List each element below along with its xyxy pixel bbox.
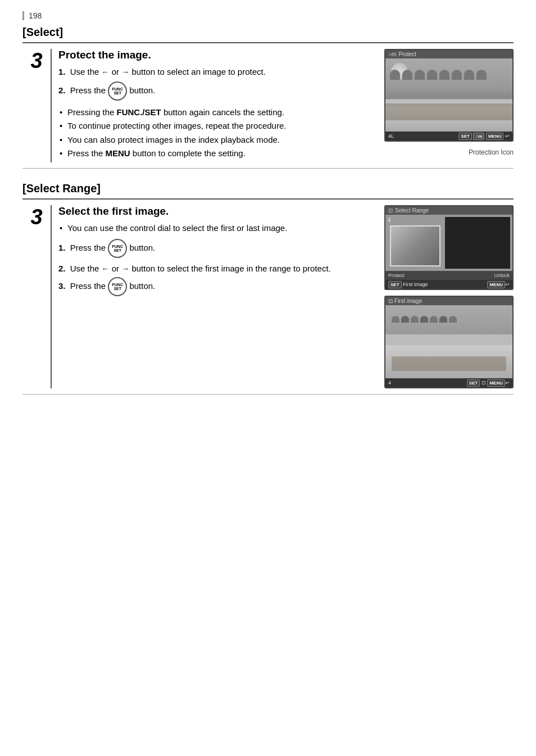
section-select: [Select] 3 Protect the image. 1. Use the… xyxy=(22,22,514,169)
step-select-first-image: 3 Select the first image. You can use th… xyxy=(22,200,514,395)
set-tag-first: SET xyxy=(467,379,480,387)
set-first-image-label: SET First image xyxy=(388,282,428,287)
range-thumbnail xyxy=(390,225,440,266)
chairs-decoration xyxy=(385,103,512,120)
func-bot-label: SET xyxy=(113,287,121,291)
item-number: 1. xyxy=(58,67,66,76)
set-tag: SET xyxy=(458,133,472,140)
chairs-area xyxy=(392,356,506,371)
unlock-label: Unlock xyxy=(494,273,510,278)
screen-top-bar: ○m Protect xyxy=(385,50,512,58)
protect-top-icon: ○m xyxy=(388,51,396,57)
om-tag: ○m xyxy=(473,133,484,140)
item-number: 1. xyxy=(58,243,66,252)
range-icon-bottom: ⊡ xyxy=(482,380,486,386)
step-image-col-2: ⊡ Select Range 4 Protect Unlock xyxy=(379,205,514,388)
screen-bottom-bar: 4L SET ○m MENU ↩ xyxy=(385,132,512,141)
umbrella-item xyxy=(439,316,447,323)
first-image-bottom-bar: 4 SET ⊡ MENU↩ xyxy=(385,378,512,387)
step-image-col: ○m Protect xyxy=(379,49,514,162)
item-number: 2. xyxy=(58,264,66,273)
bottom-icons: SET ○m MENU ↩ xyxy=(458,133,510,139)
item-text-after: button. xyxy=(129,281,155,291)
list-item-1: 1. Use the ← or → button to select an im… xyxy=(58,66,370,78)
umbrellas-row xyxy=(392,316,457,323)
step-content-2: Select the first image. You can use the … xyxy=(58,205,514,388)
umbrellas-decoration xyxy=(385,70,512,98)
beach-scene xyxy=(385,58,512,132)
list2-item-3: 3. Press the FUNC SET button. xyxy=(58,277,370,296)
back-arrow: ↩ xyxy=(505,133,510,139)
set-tag-range: SET xyxy=(388,281,402,288)
item-text-before: Press the xyxy=(70,243,106,252)
arrow-left-icon-2: ← xyxy=(102,264,110,275)
select-range-body: 4 xyxy=(385,215,512,271)
image-caption: Protection Icon xyxy=(469,148,514,156)
section-select-range: [Select Range] 3 Select the first image.… xyxy=(22,179,514,395)
func-bot-label: SET xyxy=(113,248,121,252)
umbrella-item xyxy=(401,316,409,323)
section-select-title: [Select] xyxy=(22,22,514,41)
step-title-2: Select the first image. xyxy=(58,205,370,218)
select-range-screen: ⊡ Select Range 4 Protect Unlock xyxy=(384,205,514,290)
select-range-menu-bar: Protect Unlock xyxy=(385,271,512,280)
item-text-before: Press the xyxy=(70,281,106,291)
step-text-block-2: Select the first image. You can use the … xyxy=(58,205,370,388)
first-image-beach xyxy=(385,305,512,378)
step-number-col: 3 xyxy=(22,49,52,162)
select-range-top-bar: ⊡ Select Range xyxy=(385,206,512,215)
range-num: 4 xyxy=(388,217,443,223)
select-range-bottom-bar: SET First image MENU↩ xyxy=(385,280,512,289)
list2-item-2: 2. Use the ← or → button to select the f… xyxy=(58,262,370,275)
step-title: Protect the image. xyxy=(58,49,370,61)
umbrella xyxy=(439,70,449,80)
bullet-item-2: To continue protecting other images, rep… xyxy=(58,120,370,133)
umbrella xyxy=(415,70,425,80)
item-number: 2. xyxy=(58,85,66,95)
page-number: 198 xyxy=(22,11,514,20)
list-item-2: 2. Press the FUNC SET button. xyxy=(58,82,370,101)
protect-camera-screen: ○m Protect xyxy=(384,49,514,142)
top-bullet-list: You can use the control dial to select t… xyxy=(58,222,370,235)
bottom-left-num: 4L xyxy=(388,133,394,139)
item-number: 3. xyxy=(58,281,66,291)
bold-text: FUNC./SET xyxy=(117,107,161,117)
step-content: Protect the image. 1. Use the ← or → but… xyxy=(58,49,514,162)
menu-tag-first: MENU xyxy=(487,379,505,387)
item-text-before: Use the xyxy=(70,67,99,76)
section-select-range-title: [Select Range] xyxy=(22,179,514,197)
umbrella-item xyxy=(392,316,399,323)
bullet-item-4: Press the MENU button to complete the se… xyxy=(58,147,370,160)
step-text-block: Protect the image. 1. Use the ← or → but… xyxy=(58,49,370,162)
step-number-col-2: 3 xyxy=(22,205,52,388)
umbrella-item xyxy=(449,316,457,323)
first-image-icon: ⊡ xyxy=(388,298,393,304)
first-image-body xyxy=(385,305,512,378)
func-set-button-icon: FUNC SET xyxy=(108,82,127,101)
range-icon: ⊡ xyxy=(388,207,393,214)
step-number-2: 3 xyxy=(30,206,42,228)
arrow-left-icon: ← xyxy=(102,67,110,78)
bullet-list: Pressing the FUNC./SET button again canc… xyxy=(58,106,370,160)
func-set-button-icon-2: FUNC SET xyxy=(108,239,127,258)
first-image-top-bar: ⊡ First image xyxy=(385,297,512,305)
menu-tag-range: MENU xyxy=(487,281,505,288)
item-text-after: button. xyxy=(129,243,155,252)
item-text-before: Use the xyxy=(70,264,99,273)
first-image-bottom-controls: SET ⊡ MENU↩ xyxy=(467,380,510,386)
menu-back: MENU↩ xyxy=(487,282,510,287)
arrow-right-icon-2: → xyxy=(121,264,129,275)
range-empty-slot xyxy=(445,217,510,269)
umbrella-item xyxy=(430,316,438,323)
arrow-right-icon: → xyxy=(121,67,129,78)
step-number: 3 xyxy=(30,50,42,71)
menu-tag: MENU xyxy=(486,133,504,140)
umbrella-item xyxy=(420,316,428,323)
item-text-after-2: button to select the first image in the … xyxy=(131,264,330,273)
umbrella xyxy=(390,70,400,80)
bullet-item-3: You can also protect images in the index… xyxy=(58,134,370,147)
numbered-list-2: 1. Press the FUNC SET button. 2. Use the… xyxy=(58,239,370,296)
bold-menu: MENU xyxy=(106,148,130,158)
umbrella xyxy=(452,70,462,80)
or-connector: or xyxy=(112,67,119,76)
